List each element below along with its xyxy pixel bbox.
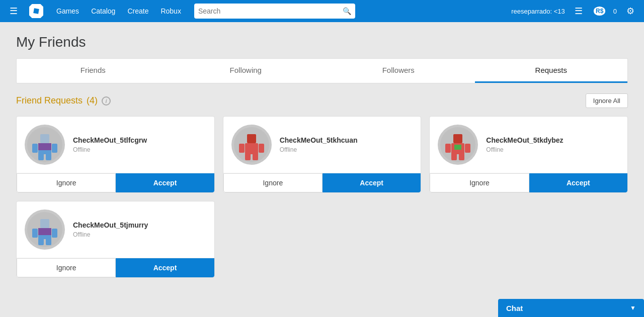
- svg-rect-7: [52, 144, 57, 153]
- card-status: Offline: [280, 146, 413, 153]
- request-cards-grid: CheckMeOut_5tlfcgrw Offline Ignore Accep…: [16, 116, 628, 193]
- tab-following[interactable]: Following: [170, 59, 323, 83]
- svg-rect-9: [46, 153, 51, 160]
- ignore-button[interactable]: Ignore: [223, 173, 323, 192]
- avatar-icon: [440, 127, 475, 162]
- card-body: CheckMeOut_5tjmurry Offline: [17, 201, 214, 258]
- messages-button[interactable]: ☰: [571, 4, 586, 19]
- svg-rect-14: [259, 144, 264, 153]
- tab-followers[interactable]: Followers: [322, 59, 475, 83]
- svg-rect-29: [32, 229, 38, 238]
- svg-rect-32: [46, 238, 51, 245]
- robux-icon: R$: [594, 7, 605, 16]
- chat-bar[interactable]: Chat ▼: [498, 299, 644, 317]
- tab-requests[interactable]: Requests: [475, 59, 628, 83]
- nav-robux[interactable]: Robux: [155, 5, 186, 17]
- section-title-text: Friend Requests: [16, 95, 83, 106]
- svg-rect-21: [445, 144, 451, 153]
- search-bar[interactable]: 🔍: [194, 4, 355, 19]
- card-username: CheckMeOut_5tkdybez: [486, 136, 619, 144]
- avatar: [25, 209, 65, 250]
- svg-rect-27: [40, 219, 49, 228]
- card-status: Offline: [73, 146, 206, 153]
- svg-rect-12: [247, 134, 256, 143]
- section-header: Friend Requests (4) i Ignore All: [16, 93, 628, 108]
- svg-rect-19: [453, 134, 462, 143]
- svg-rect-22: [465, 144, 470, 153]
- avatar: [25, 125, 65, 165]
- username-display: reeseparrado: <13: [511, 8, 565, 15]
- chat-chevron-icon: ▼: [630, 304, 636, 311]
- card-body: CheckMeOut_5tkdybez Offline: [430, 117, 627, 173]
- request-card: CheckMeOut_5tkhcuan Offline Ignore Accep…: [223, 116, 422, 193]
- avatar-icon: [27, 212, 62, 247]
- card-status: Offline: [486, 146, 619, 153]
- svg-rect-23: [451, 153, 457, 160]
- svg-rect-16: [253, 153, 258, 160]
- tab-friends[interactable]: Friends: [17, 59, 170, 83]
- page-title: My Friends: [16, 34, 628, 50]
- request-cards-row2: CheckMeOut_5tjmurry Offline Ignore Accep…: [16, 201, 628, 278]
- search-icon: 🔍: [343, 7, 351, 15]
- card-info: CheckMeOut_5tkhcuan Offline: [280, 136, 413, 153]
- chat-label: Chat: [506, 304, 523, 312]
- accept-button[interactable]: Accept: [323, 173, 421, 192]
- header-right: reeseparrado: <13 ☰ R$ 0 ⚙: [511, 4, 638, 19]
- card-status: Offline: [73, 231, 206, 238]
- ignore-button[interactable]: Ignore: [17, 173, 116, 192]
- svg-rect-31: [38, 238, 44, 245]
- nav-games[interactable]: Games: [51, 5, 84, 17]
- robux-count: 0: [613, 8, 617, 15]
- svg-rect-11: [245, 143, 258, 154]
- avatar: [231, 125, 272, 165]
- card-body: CheckMeOut_5tlfcgrw Offline: [17, 117, 214, 173]
- settings-button[interactable]: ⚙: [623, 4, 638, 19]
- ignore-button[interactable]: Ignore: [17, 258, 116, 277]
- card-actions: Ignore Accept: [17, 173, 214, 192]
- svg-rect-1: [33, 8, 39, 14]
- nav-catalog[interactable]: Catalog: [86, 5, 120, 17]
- robux-button[interactable]: R$: [592, 4, 607, 19]
- avatar-icon: [27, 127, 62, 162]
- svg-rect-30: [52, 229, 57, 238]
- svg-rect-8: [38, 153, 44, 160]
- main-content: My Friends Friends Following Followers R…: [0, 22, 644, 290]
- messages-icon: ☰: [575, 6, 583, 17]
- svg-rect-13: [239, 144, 245, 153]
- card-actions: Ignore Accept: [430, 173, 627, 192]
- nav-create[interactable]: Create: [122, 5, 153, 17]
- accept-button[interactable]: Accept: [529, 173, 627, 192]
- hamburger-menu-button[interactable]: ☰: [6, 4, 21, 19]
- accept-button[interactable]: Accept: [116, 258, 214, 277]
- card-info: CheckMeOut_5tlfcgrw Offline: [73, 136, 206, 153]
- search-input[interactable]: [198, 7, 343, 15]
- card-body: CheckMeOut_5tkhcuan Offline: [223, 117, 421, 173]
- card-username: CheckMeOut_5tlfcgrw: [73, 136, 206, 144]
- roblox-logo[interactable]: [29, 4, 43, 18]
- card-actions: Ignore Accept: [223, 173, 421, 192]
- hamburger-icon: ☰: [10, 6, 18, 17]
- section-title: Friend Requests (4) i: [16, 95, 111, 106]
- info-icon[interactable]: i: [102, 96, 111, 105]
- settings-icon: ⚙: [626, 6, 634, 17]
- card-actions: Ignore Accept: [17, 258, 214, 277]
- ignore-button[interactable]: Ignore: [430, 173, 529, 192]
- svg-rect-15: [245, 153, 251, 160]
- card-username: CheckMeOut_5tjmurry: [73, 221, 206, 229]
- ignore-all-button[interactable]: Ignore All: [586, 93, 628, 108]
- request-count: (4): [87, 95, 98, 106]
- top-header: ☰ Games Catalog Create Robux 🔍 reeseparr…: [0, 0, 644, 22]
- tabs-container: Friends Following Followers Requests: [16, 58, 628, 83]
- accept-button[interactable]: Accept: [116, 173, 214, 192]
- avatar: [438, 125, 478, 165]
- svg-rect-4: [40, 134, 49, 143]
- request-card: CheckMeOut_5tkdybez Offline Ignore Accep…: [429, 116, 628, 193]
- card-info: CheckMeOut_5tkdybez Offline: [486, 136, 619, 153]
- main-nav: Games Catalog Create Robux: [51, 5, 186, 17]
- avatar-icon: [234, 127, 269, 162]
- svg-rect-28: [38, 228, 51, 235]
- request-card: CheckMeOut_5tjmurry Offline Ignore Accep…: [16, 201, 215, 278]
- roblox-logo-icon: [31, 6, 41, 16]
- svg-rect-24: [459, 153, 464, 160]
- card-info: CheckMeOut_5tjmurry Offline: [73, 221, 206, 238]
